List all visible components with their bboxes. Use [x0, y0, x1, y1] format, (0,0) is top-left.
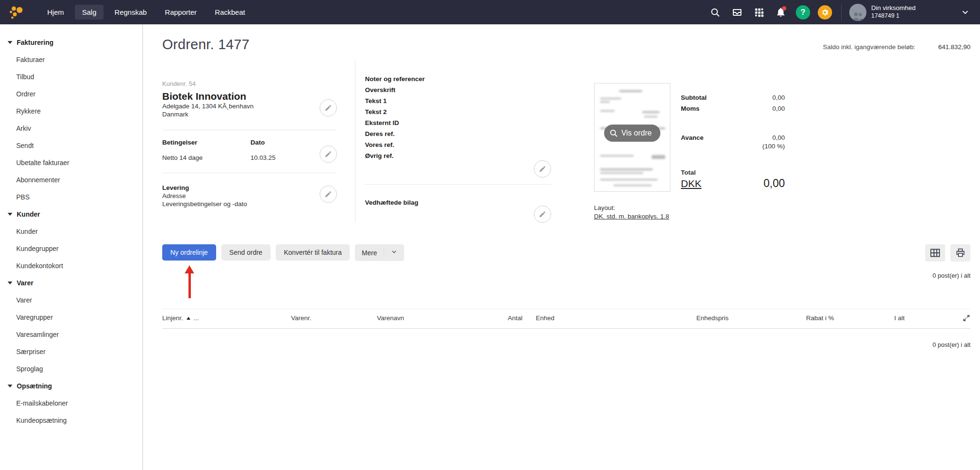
margin-values: 0,00 (100 %) — [762, 134, 785, 151]
sidebar-item-varesamlinger[interactable]: Varesamlinger — [0, 326, 142, 343]
more-button[interactable]: Mere — [355, 244, 384, 261]
saldo-label: Saldo inkl. igangværende beløb: — [823, 43, 916, 51]
nav-salg[interactable]: Salg — [75, 5, 104, 20]
sidebar-item-emailskabeloner[interactable]: E-mailskabeloner — [0, 395, 142, 412]
chevron-down-icon — [391, 249, 397, 255]
notifications-bell-icon[interactable] — [771, 3, 791, 22]
expand-table-button[interactable] — [905, 314, 970, 322]
currency-link[interactable]: DKK — [681, 178, 701, 189]
margin-value: 0,00 — [762, 134, 785, 142]
vat-value: 0,00 — [772, 104, 785, 113]
delivery-terms-label: Leveringsbetingelser og -dato — [162, 200, 337, 208]
inbox-icon[interactable] — [728, 3, 747, 22]
summary-column: Vis ordre Subtotal 0,00 Moms 0,00 — [570, 59, 970, 222]
customer-card: Kundenr. 54 Biotek Innovation Adelgade 1… — [162, 59, 337, 130]
terms-value: Netto 14 dage — [162, 154, 250, 161]
company-name: Din virksomhed — [871, 4, 916, 12]
more-split-button: Mere — [355, 244, 404, 261]
sidebar-item-ordrer[interactable]: Ordrer — [0, 85, 142, 103]
delivery-card: Levering Adresse Leveringsbetingelser og… — [162, 173, 337, 219]
avatar — [849, 4, 866, 21]
new-order-line-button[interactable]: Ny ordrelinje — [162, 244, 216, 261]
sidebar-item-fakturaer[interactable]: Fakturaer — [0, 51, 142, 68]
saldo-value: 641.832,90 — [938, 43, 970, 51]
send-order-button[interactable]: Send ordre — [221, 244, 271, 261]
settings-button[interactable] — [815, 3, 834, 22]
sidebar-section-kunder[interactable]: Kunder — [0, 206, 142, 223]
page-title: Ordrenr. 1477 — [162, 37, 250, 52]
sidebar-item-rykkere[interactable]: Rykkere — [0, 103, 142, 120]
help-icon: ? — [796, 5, 810, 20]
help-button[interactable]: ? — [793, 3, 813, 22]
column-ialt[interactable]: I alt — [834, 314, 905, 322]
page-header: Ordrenr. 1477 Saldo inkl. igangværende b… — [162, 24, 970, 52]
topbar: Hjem Salg Regnskab Rapporter Rackbeat — [0, 0, 980, 24]
edit-notes-button[interactable] — [534, 160, 551, 178]
app-logo-icon[interactable] — [7, 3, 26, 22]
column-label: Linjenr. — [162, 314, 183, 322]
nav-rackbeat[interactable]: Rackbeat — [208, 5, 252, 20]
date-label: Dato — [250, 139, 337, 146]
chevron-down-icon[interactable] — [961, 8, 970, 17]
sidebar-item-arkiv[interactable]: Arkiv — [0, 120, 142, 137]
customer-name: Biotek Innovation — [162, 91, 337, 102]
sidebar-item-kundeopsaetning[interactable]: Kundeopsætning — [0, 412, 142, 429]
sidebar-item-kunder[interactable]: Kunder — [0, 223, 142, 240]
sidebar-section-varer[interactable]: Varer — [0, 274, 142, 292]
main-content: Ordrenr. 1477 Saldo inkl. igangværende b… — [143, 24, 980, 470]
notification-dot — [782, 6, 786, 10]
search-icon[interactable] — [706, 3, 725, 22]
column-rabat[interactable]: Rabat i % — [729, 314, 834, 322]
magnifier-icon — [609, 128, 618, 138]
edit-delivery-button[interactable] — [320, 186, 337, 203]
nav-hjem[interactable]: Hjem — [40, 5, 71, 20]
more-dropdown-button[interactable] — [384, 244, 404, 261]
edit-customer-button[interactable] — [320, 99, 337, 116]
view-order-button[interactable]: Vis ordre — [604, 125, 660, 142]
column-varenavn[interactable]: Varenavn — [377, 314, 480, 322]
account-menu[interactable]: Din virksomhed 1748749 1 — [849, 4, 916, 21]
sidebar-item-ubetalte-fakturaer[interactable]: Ubetalte fakturaer — [0, 154, 142, 171]
column-enhedspris[interactable]: Enhedspris — [594, 314, 729, 322]
column-antal[interactable]: Antal — [480, 314, 522, 322]
column-varenr[interactable]: Varenr. — [291, 314, 377, 322]
sidebar-item-varer[interactable]: Varer — [0, 292, 142, 309]
edit-terms-button[interactable] — [320, 146, 337, 163]
sidebar-item-sendt[interactable]: Sendt — [0, 137, 142, 154]
layout-block: Layout: DK. std. m. bankoplys. 1.8 — [594, 204, 970, 220]
sidebar-item-sproglag[interactable]: Sproglag — [0, 360, 142, 377]
nav-rapporter[interactable]: Rapporter — [158, 5, 204, 20]
collapse-triangle-icon — [8, 282, 12, 284]
column-settings-button[interactable] — [925, 244, 945, 261]
layout-label: Layout: — [594, 204, 970, 211]
sidebar-item-varegrupper[interactable]: Varegrupper — [0, 309, 142, 326]
sidebar-item-kundekontokort[interactable]: Kundekontokort — [0, 257, 142, 274]
notes-tekst2: Tekst 2 — [365, 106, 551, 117]
actions-row: Ny ordrelinje Send ordre Konvertér til f… — [162, 244, 970, 261]
nav-regnskab[interactable]: Regnskab — [107, 5, 154, 20]
sidebar-item-saerpriser[interactable]: Særpriser — [0, 343, 142, 360]
collapse-triangle-icon — [8, 213, 12, 216]
print-button[interactable] — [950, 244, 970, 261]
vat-label: Moms — [681, 104, 699, 113]
total-value: 0,00 — [763, 177, 785, 190]
sidebar-item-abonnementer[interactable]: Abonnementer — [0, 171, 142, 188]
section-label: Fakturering — [17, 39, 53, 46]
apps-grid-icon[interactable] — [750, 3, 769, 22]
column-linjenr[interactable]: Linjenr. ... — [162, 314, 291, 322]
column-enhed[interactable]: Enhed — [522, 314, 594, 322]
notes-column: Noter og referencer Overskrift Tekst 1 T… — [355, 59, 570, 222]
convert-to-invoice-button[interactable]: Konvertér til faktura — [276, 244, 350, 261]
edit-attachments-button[interactable] — [534, 206, 551, 223]
attachments-title: Vedhæftede bilag — [365, 197, 551, 208]
attachments-card: Vedhæftede bilag — [365, 185, 551, 222]
terms-label: Betingelser — [162, 139, 250, 146]
sidebar-item-tilbud[interactable]: Tilbud — [0, 68, 142, 85]
sidebar-section-opsaetning[interactable]: Opsætning — [0, 377, 142, 395]
column-options-ellipsis[interactable]: ... — [194, 314, 199, 322]
layout-template-link[interactable]: DK. std. m. bankoplys. 1.8 — [594, 213, 669, 220]
sidebar-item-pbs[interactable]: PBS — [0, 188, 142, 206]
sidebar-item-kundegrupper[interactable]: Kundegrupper — [0, 240, 142, 257]
delivery-title: Levering — [162, 184, 337, 192]
sidebar-section-fakturering[interactable]: Fakturering — [0, 34, 142, 51]
